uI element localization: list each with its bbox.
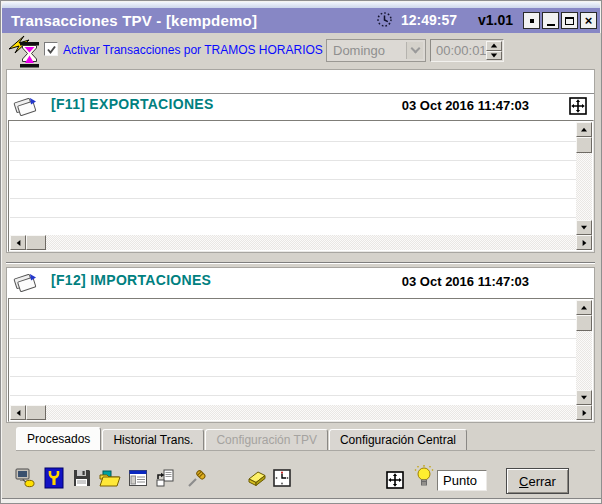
- tab-strip: Procesados Historial Trans. Configuració…: [16, 428, 595, 451]
- vertical-scrollbar[interactable]: [576, 300, 592, 405]
- tools-wrench-icon[interactable]: [43, 467, 65, 489]
- scroll-right-button[interactable]: [576, 235, 592, 250]
- maximize-button[interactable]: [561, 12, 578, 29]
- exportaciones-title: [F11] EXPORTACIONES: [51, 96, 214, 112]
- importaciones-title: [F12] IMPORTACIONES: [51, 272, 211, 288]
- scrollbar-thumb[interactable]: [26, 235, 46, 250]
- list-rows: [10, 300, 576, 405]
- scrollbar-thumb[interactable]: [26, 405, 46, 420]
- spin-down-button[interactable]: [486, 51, 502, 61]
- scroll-down-button[interactable]: [576, 220, 592, 235]
- close-icon[interactable]: ×: [580, 12, 597, 29]
- send-page-icon[interactable]: [154, 467, 176, 489]
- horizontal-scrollbar[interactable]: [10, 405, 592, 420]
- list-rows: [10, 122, 576, 235]
- day-dropdown[interactable]: Domingo: [326, 39, 426, 62]
- vertical-scrollbar[interactable]: [576, 122, 592, 235]
- punto-field[interactable]: [437, 470, 487, 491]
- scroll-right-button[interactable]: [576, 405, 592, 420]
- importaciones-timestamp: 03 Oct 2016 11:47:03: [402, 274, 529, 289]
- form-window-icon[interactable]: [127, 467, 149, 489]
- scroll-left-button[interactable]: [10, 405, 26, 420]
- dot-button[interactable]: [523, 12, 540, 29]
- activate-checkbox[interactable]: [44, 42, 58, 56]
- move-resize-icon[interactable]: [569, 97, 587, 115]
- open-folder-icon[interactable]: [99, 467, 121, 489]
- scroll-up-button[interactable]: [576, 122, 592, 137]
- tab-configuracion-central[interactable]: Configuración Central: [329, 429, 467, 450]
- exportaciones-timestamp: 03 Oct 2016 11:47:03: [402, 98, 529, 113]
- section-divider: [6, 262, 595, 264]
- scrollbar-thumb[interactable]: [576, 315, 592, 331]
- scroll-down-button[interactable]: [576, 390, 592, 405]
- importaciones-list[interactable]: [8, 298, 594, 422]
- tab-historial-trans[interactable]: Historial Trans.: [102, 429, 204, 450]
- titlebar[interactable]: Transacciones TPV - [kempdemo] 12:49:57 …: [2, 8, 600, 33]
- spin-up-button[interactable]: [486, 41, 502, 51]
- time-spinner[interactable]: 00:00:01: [430, 39, 504, 62]
- day-dropdown-value: Domingo: [333, 43, 385, 58]
- chevron-down-icon[interactable]: [406, 42, 423, 59]
- clock-icon: [376, 11, 393, 28]
- flash-hourglass-icon: [7, 35, 42, 69]
- save-floppy-icon[interactable]: [71, 467, 93, 489]
- activate-checkbox-label: Activar Transacciones por TRAMOS HORARIO…: [63, 43, 323, 57]
- window-title: Transacciones TPV - [kempdemo]: [11, 12, 257, 29]
- lightbulb-icon[interactable]: [413, 466, 435, 488]
- cards-stack-icon: [13, 273, 37, 295]
- eraser-icon[interactable]: [246, 467, 268, 489]
- cerrar-button[interactable]: Cerrar: [506, 468, 569, 494]
- tab-procesados[interactable]: Procesados: [16, 427, 101, 450]
- scrollbar-thumb[interactable]: [576, 137, 592, 153]
- time-spinner-value: 00:00:01: [436, 43, 487, 58]
- horizontal-scrollbar[interactable]: [10, 235, 592, 250]
- version-label: v1.01: [478, 12, 513, 28]
- window-bottom-frame: [2, 498, 602, 504]
- importaciones-panel: [F12] IMPORTACIONES 03 Oct 2016 11:47:03: [6, 267, 595, 423]
- exportaciones-list[interactable]: [8, 120, 594, 252]
- cards-stack-icon: [13, 97, 37, 119]
- timer-window-icon[interactable]: [271, 467, 293, 489]
- check-icon: [46, 44, 57, 55]
- separator: [7, 93, 594, 94]
- app-window: Transacciones TPV - [kempdemo] 12:49:57 …: [0, 0, 602, 504]
- screwdriver-icon[interactable]: [186, 467, 208, 489]
- tab-configuracion-tpv: Configuración TPV: [205, 429, 328, 450]
- client-area: Activar Transacciones por TRAMOS HORARIO…: [2, 33, 602, 498]
- minimize-button[interactable]: [542, 12, 559, 29]
- exportaciones-panel: [F11] EXPORTACIONES 03 Oct 2016 11:47:03: [6, 69, 595, 253]
- move-resize-icon[interactable]: [384, 469, 406, 491]
- computer-mouse-icon[interactable]: [14, 467, 36, 489]
- scroll-left-button[interactable]: [10, 235, 26, 250]
- scroll-up-button[interactable]: [576, 300, 592, 315]
- status-time: 12:49:57: [401, 12, 457, 28]
